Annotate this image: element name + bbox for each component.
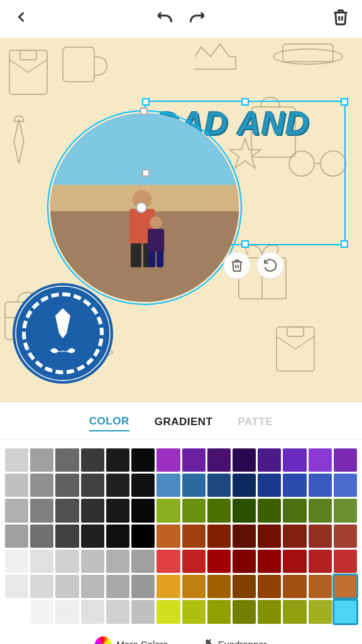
color-swatch[interactable] (309, 550, 332, 573)
color-swatch[interactable] (283, 499, 306, 522)
color-swatch[interactable] (156, 448, 180, 472)
color-swatch[interactable] (309, 575, 332, 598)
color-swatch[interactable] (5, 600, 28, 623)
circle-handle-dot[interactable] (136, 202, 147, 213)
color-swatch[interactable] (131, 600, 155, 623)
delete-toolbar-button[interactable] (332, 8, 349, 30)
color-swatch[interactable] (334, 600, 357, 623)
color-swatch[interactable] (309, 600, 332, 623)
redo-button[interactable] (189, 8, 206, 30)
color-swatch[interactable] (258, 600, 281, 623)
color-swatch[interactable] (258, 474, 281, 497)
color-swatch[interactable] (131, 575, 155, 598)
color-swatch[interactable] (5, 550, 28, 573)
color-swatch[interactable] (55, 525, 79, 548)
color-swatch[interactable] (309, 448, 332, 472)
color-swatch[interactable] (207, 600, 231, 623)
element-rotate-button[interactable] (256, 252, 284, 279)
color-swatch[interactable] (309, 525, 332, 548)
color-swatch[interactable] (30, 499, 53, 522)
color-swatch[interactable] (258, 448, 281, 472)
element-delete-button[interactable] (223, 252, 251, 279)
back-button[interactable] (13, 8, 30, 30)
color-swatch[interactable] (81, 575, 104, 598)
color-swatch[interactable] (131, 525, 155, 548)
color-swatch[interactable] (81, 448, 104, 472)
color-swatch[interactable] (207, 550, 231, 573)
color-swatch[interactable] (156, 575, 180, 598)
color-swatch[interactable] (5, 525, 28, 548)
eyedropper-button[interactable]: Eyedropper (199, 638, 267, 644)
color-swatch[interactable] (182, 448, 206, 472)
color-swatch[interactable] (106, 474, 129, 497)
color-swatch[interactable] (131, 550, 155, 573)
color-swatch[interactable] (182, 499, 206, 522)
color-swatch[interactable] (30, 550, 53, 573)
color-swatch[interactable] (81, 499, 104, 522)
color-swatch[interactable] (283, 525, 306, 548)
color-swatch[interactable] (207, 474, 231, 497)
color-swatch[interactable] (55, 499, 79, 522)
color-swatch[interactable] (106, 550, 129, 573)
color-swatch[interactable] (131, 474, 155, 497)
color-swatch[interactable] (334, 474, 357, 497)
color-swatch[interactable] (334, 499, 357, 522)
color-swatch[interactable] (233, 499, 256, 522)
color-swatch[interactable] (156, 600, 180, 623)
color-swatch[interactable] (81, 474, 104, 497)
color-swatch[interactable] (182, 525, 206, 548)
color-swatch[interactable] (258, 550, 281, 573)
color-swatch[interactable] (81, 525, 104, 548)
color-swatch[interactable] (30, 448, 53, 472)
color-swatch[interactable] (334, 575, 357, 598)
color-swatch[interactable] (156, 525, 180, 548)
color-swatch[interactable] (30, 525, 53, 548)
color-swatch[interactable] (182, 575, 206, 598)
color-swatch[interactable] (283, 474, 306, 497)
color-swatch[interactable] (106, 600, 129, 623)
color-swatch[interactable] (131, 499, 155, 522)
color-swatch[interactable] (182, 600, 206, 623)
color-swatch[interactable] (309, 499, 332, 522)
color-swatch[interactable] (233, 600, 256, 623)
color-swatch[interactable] (55, 448, 79, 472)
color-swatch[interactable] (55, 474, 79, 497)
color-swatch[interactable] (131, 448, 155, 472)
color-swatch[interactable] (106, 575, 129, 598)
color-swatch[interactable] (156, 474, 180, 497)
undo-button[interactable] (156, 8, 173, 30)
color-swatch[interactable] (309, 474, 332, 497)
color-swatch[interactable] (207, 525, 231, 548)
color-swatch[interactable] (258, 525, 281, 548)
color-swatch[interactable] (5, 575, 28, 598)
tab-gradient[interactable]: GRADIENT (155, 416, 213, 431)
color-swatch[interactable] (283, 550, 306, 573)
color-swatch[interactable] (233, 448, 256, 472)
color-swatch[interactable] (106, 448, 129, 472)
color-swatch[interactable] (207, 575, 231, 598)
tab-pattern[interactable]: PATTE (238, 416, 273, 431)
color-swatch[interactable] (283, 575, 306, 598)
color-swatch[interactable] (233, 525, 256, 548)
color-swatch[interactable] (233, 550, 256, 573)
color-swatch[interactable] (55, 550, 79, 573)
color-swatch[interactable] (182, 474, 206, 497)
color-swatch[interactable] (5, 448, 28, 472)
circle-mid-handle[interactable] (142, 169, 150, 177)
color-swatch[interactable] (55, 575, 79, 598)
color-swatch[interactable] (106, 525, 129, 548)
tab-color[interactable]: COLOR (89, 415, 129, 431)
color-swatch[interactable] (258, 499, 281, 522)
color-swatch[interactable] (182, 550, 206, 573)
color-swatch[interactable] (207, 499, 231, 522)
color-swatch[interactable] (30, 600, 53, 623)
color-swatch[interactable] (30, 575, 53, 598)
color-swatch[interactable] (156, 499, 180, 522)
circle-top-handle[interactable] (140, 108, 148, 115)
more-colors-button[interactable]: More Colors (95, 636, 168, 644)
color-swatch[interactable] (5, 474, 28, 497)
color-swatch[interactable] (106, 499, 129, 522)
color-swatch[interactable] (81, 550, 104, 573)
color-swatch[interactable] (233, 575, 256, 598)
color-swatch[interactable] (233, 474, 256, 497)
